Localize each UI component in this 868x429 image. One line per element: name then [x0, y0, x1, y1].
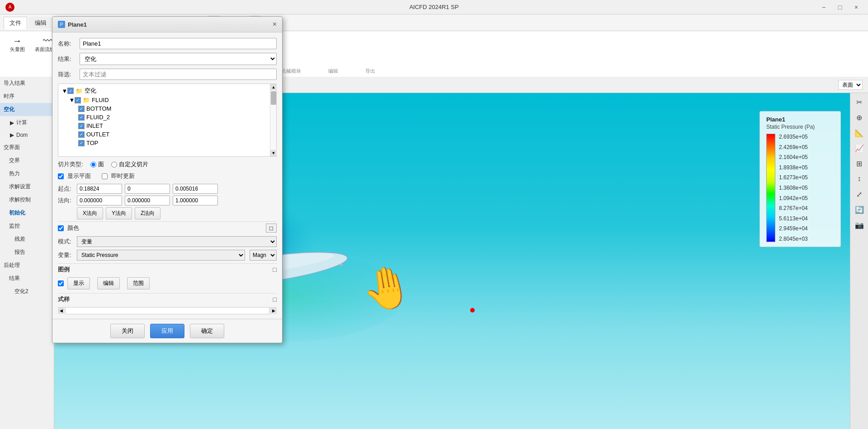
horiz-right-btn[interactable]: ▶ [270, 308, 277, 314]
normal-z-input[interactable] [173, 196, 218, 205]
checkbox-inlet[interactable]: ✓ [78, 123, 85, 129]
style-toggle-icon[interactable]: □ [273, 296, 277, 303]
x-direction-button[interactable]: X法向 [77, 207, 103, 219]
show-plane-checkbox[interactable] [58, 173, 64, 179]
apply-dialog-button[interactable]: 应用 [150, 324, 184, 338]
radio-custom[interactable]: 自定义切片 [111, 160, 148, 168]
rt-btn-1[interactable]: ⊕ [852, 110, 867, 125]
tree-node-top[interactable]: ✓ TOP [60, 139, 274, 147]
close-dialog-button[interactable]: 关闭 [110, 324, 145, 338]
instant-update-checkbox[interactable] [102, 173, 108, 179]
maximize-button[interactable]: □ [834, 3, 846, 12]
variable-select[interactable]: Static Pressure [77, 250, 245, 261]
sidebar-item-timeseq[interactable]: 时序 [0, 90, 54, 103]
legend-show-button[interactable]: 显示 [67, 277, 90, 289]
normal-x-input[interactable] [77, 196, 122, 205]
radio-custom-input[interactable] [111, 162, 117, 168]
scroll-down-btn[interactable]: ▼ [270, 150, 277, 156]
close-button[interactable]: × [850, 3, 863, 12]
tree-arrow-fluid[interactable]: ▼ [69, 98, 75, 103]
vector-map-button[interactable]: → 矢量图 [5, 34, 29, 55]
sidebar-item-interface[interactable]: 交界面 [0, 141, 54, 154]
rt-btn-2[interactable]: 📐 [852, 126, 867, 140]
horiz-left-btn[interactable]: ◀ [58, 308, 64, 314]
color-checkbox[interactable] [58, 225, 64, 231]
sidebar-item-results[interactable]: 结果 [5, 272, 54, 285]
rt-btn-0[interactable]: ✂ [852, 95, 867, 109]
sidebar-item-residual[interactable]: 残差 [11, 233, 54, 246]
rt-btn-4[interactable]: ⊞ [852, 156, 867, 171]
result-select[interactable]: 空化 [80, 53, 277, 65]
color-row: 颜色 □ [58, 224, 277, 233]
sidebar-item-postprocess[interactable]: 后处理 [0, 259, 54, 272]
tree-node-outlet[interactable]: ✓ OUTLET [60, 130, 274, 139]
surface-dropdown[interactable]: 表面 [838, 80, 863, 90]
tree-node-fluid2[interactable]: ✓ FLUID_2 [60, 113, 274, 121]
rt-btn-8[interactable]: 📷 [852, 218, 867, 232]
scroll-track[interactable] [270, 90, 276, 150]
color-btn[interactable]: □ [266, 224, 277, 233]
checkbox-bottom[interactable]: ✓ [78, 106, 85, 112]
sidebar-item-solver[interactable]: 求解设置 [5, 180, 54, 193]
legend-range-button[interactable]: 范围 [127, 277, 150, 289]
ok-dialog-button[interactable]: 确定 [190, 324, 224, 338]
style-scroll[interactable]: ◀ ▶ [58, 307, 277, 313]
checkbox-top[interactable]: ✓ [78, 140, 85, 146]
checkbox-fluid[interactable]: ✓ [75, 97, 81, 103]
rt-btn-7[interactable]: 🔄 [852, 202, 867, 217]
checkbox-root[interactable]: ✓ [67, 88, 74, 94]
folder-icon-root: 📁 [75, 88, 83, 94]
tree-scroll[interactable]: ▼ ✓ 📁 空化 ▼ ✓ 📁 FLUID ✓ BOTTOM [58, 84, 276, 156]
filter-input[interactable] [80, 69, 277, 80]
sidebar-item-dom[interactable]: ▶ Dom [5, 129, 54, 141]
style-section-header[interactable]: 式样 □ [58, 293, 277, 305]
tree-node-inlet[interactable]: ✓ INLET [60, 121, 274, 130]
menu-file[interactable]: 文件 [4, 17, 27, 29]
tree-arrow-calc[interactable]: ▶ [9, 120, 14, 126]
checkbox-outlet[interactable]: ✓ [78, 131, 85, 138]
y-direction-button[interactable]: Y法向 [106, 207, 132, 219]
tree-node-root[interactable]: ▼ ✓ 📁 空化 [60, 86, 274, 96]
name-input[interactable] [80, 38, 277, 49]
rt-btn-6[interactable]: ⤢ [852, 187, 867, 201]
origin-x-input[interactable] [77, 184, 122, 194]
tree-arrow-root[interactable]: ▼ [62, 88, 67, 93]
legend-show-checkbox[interactable] [58, 280, 64, 286]
z-direction-button[interactable]: Z法向 [135, 207, 160, 219]
minimize-button[interactable]: − [817, 3, 830, 12]
origin-y-input[interactable] [125, 184, 170, 194]
sidebar-item-report[interactable]: 报告 [11, 246, 54, 259]
sidebar-item-solverctrl[interactable]: 求解控制 [5, 193, 54, 206]
sidebar-item-interface2[interactable]: 交界 [5, 154, 54, 167]
radio-face-input[interactable] [90, 162, 96, 168]
sidebar-item-cavitation[interactable]: 空化 [0, 103, 54, 116]
tree-node-fluid[interactable]: ▼ ✓ 📁 FLUID [60, 96, 274, 104]
scroll-thumb[interactable] [271, 91, 276, 105]
dialog-close-button[interactable]: × [273, 20, 277, 28]
sidebar-tree5: 空化2 [5, 285, 54, 298]
scroll-up-btn[interactable]: ▲ [270, 84, 277, 90]
style-input[interactable] [65, 307, 269, 314]
sidebar-item-monitor[interactable]: 监控 [5, 219, 54, 233]
sidebar-item-thermal[interactable]: 热力 [5, 167, 54, 180]
sidebar-item-init[interactable]: 初始化 [5, 206, 54, 219]
magnitude-select[interactable]: Magn [250, 250, 277, 261]
sidebar-item-cav2[interactable]: 空化2 [11, 285, 54, 298]
tree-scrollbar[interactable]: ▲ ▼ [270, 84, 276, 156]
sidebar-thermal-label: 热力 [9, 170, 20, 177]
legend-toggle-icon[interactable]: □ [273, 266, 277, 273]
sidebar-item-import[interactable]: 导入结果 [0, 77, 54, 90]
legend-edit-button[interactable]: 编辑 [97, 277, 120, 289]
radio-face[interactable]: 面 [90, 160, 104, 168]
normal-y-input[interactable] [125, 196, 170, 205]
origin-z-input[interactable] [173, 184, 218, 194]
tree-node-bottom[interactable]: ✓ BOTTOM [60, 104, 274, 113]
menu-edit[interactable]: 编辑 [29, 17, 52, 29]
checkbox-fluid2[interactable]: ✓ [78, 114, 85, 121]
rt-btn-3[interactable]: 📈 [852, 141, 867, 155]
rt-btn-5[interactable]: ↕ [852, 172, 867, 186]
sidebar-item-calc[interactable]: ▶ 计算 [5, 116, 54, 129]
legend-section-header[interactable]: 图例 □ [58, 263, 277, 275]
mode-select[interactable]: 变量 [77, 236, 277, 247]
tree-arrow-dom[interactable]: ▶ [9, 132, 14, 138]
